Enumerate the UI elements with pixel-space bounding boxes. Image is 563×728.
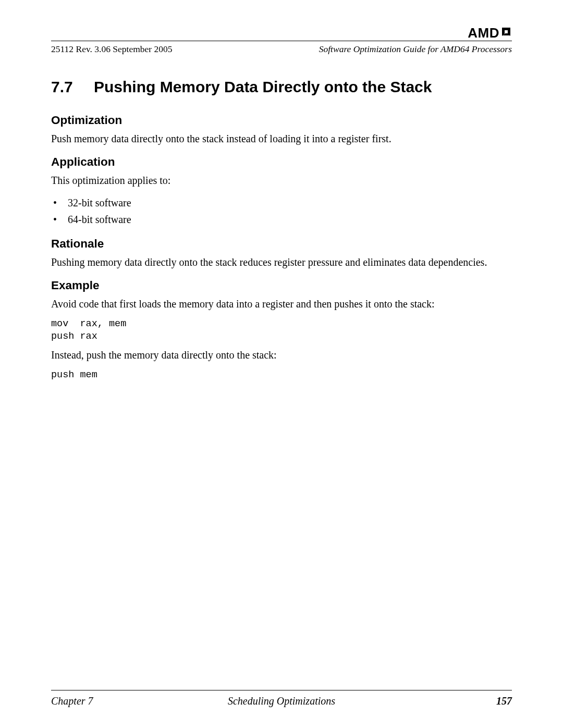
- text-rationale: Pushing memory data directly onto the st…: [51, 256, 512, 269]
- list-item: 32-bit software: [51, 194, 512, 211]
- application-list: 32-bit software 64-bit software: [51, 194, 512, 228]
- section-number: 7.7: [51, 78, 94, 96]
- header-rule: [51, 41, 512, 41]
- content-area: 7.7 Pushing Memory Data Directly onto th…: [51, 78, 512, 387]
- text-example-intro1: Avoid code that first loads the memory d…: [51, 298, 512, 311]
- page: AMD 25112 Rev. 3.06 September 2005 Softw…: [0, 0, 563, 728]
- list-item: 64-bit software: [51, 211, 512, 228]
- svg-rect-0: [505, 30, 508, 33]
- text-example-intro2: Instead, push the memory data directly o…: [51, 349, 512, 362]
- code-block-1: mov rax, mem push rax: [51, 318, 512, 342]
- footer-rule: [51, 690, 512, 690]
- heading-example: Example: [51, 279, 512, 292]
- brand-logo: AMD: [468, 25, 512, 41]
- section-title: 7.7 Pushing Memory Data Directly onto th…: [51, 78, 512, 96]
- header-right-text: Software Optimization Guide for AMD64 Pr…: [319, 44, 512, 55]
- footer-right: 157: [496, 695, 512, 707]
- text-application-intro: This optimization applies to:: [51, 174, 512, 188]
- footer-center: Scheduling Optimizations: [0, 695, 563, 707]
- text-optimization: Push memory data directly onto the stack…: [51, 132, 512, 146]
- header-left-text: 25112 Rev. 3.06 September 2005: [51, 44, 173, 55]
- heading-rationale: Rationale: [51, 237, 512, 251]
- section-title-text: Pushing Memory Data Directly onto the St…: [94, 78, 432, 96]
- heading-optimization: Optimization: [51, 114, 512, 127]
- code-block-2: push mem: [51, 369, 512, 381]
- heading-application: Application: [51, 155, 512, 169]
- brand-arrow-icon: [500, 25, 512, 41]
- brand-name: AMD: [468, 25, 499, 41]
